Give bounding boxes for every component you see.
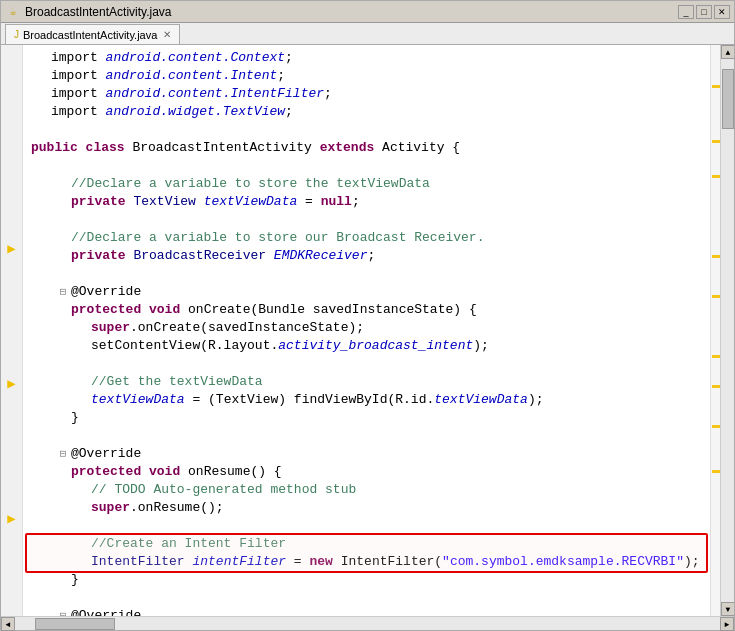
code-token: ; bbox=[285, 103, 293, 121]
code-token: ; bbox=[367, 247, 375, 265]
code-line bbox=[31, 265, 710, 283]
marker-6 bbox=[712, 355, 720, 358]
code-line: super.onResume(); bbox=[31, 499, 710, 517]
gutter-arrow-14: ▶ bbox=[4, 241, 20, 257]
hscroll-thumb[interactable] bbox=[35, 618, 115, 630]
minimize-button[interactable]: _ bbox=[678, 5, 694, 19]
code-line: import android.widget.TextView; bbox=[31, 103, 710, 121]
scroll-down-button[interactable]: ▼ bbox=[721, 602, 734, 616]
code-token: ); bbox=[528, 391, 544, 409]
code-token: "com.symbol.emdksample.RECVRBI" bbox=[442, 553, 684, 571]
code-token: super bbox=[91, 499, 130, 517]
code-line: super.onCreate(savedInstanceState); bbox=[31, 319, 710, 337]
code-token: TextView bbox=[133, 193, 203, 211]
code-token: IntentFilter( bbox=[341, 553, 442, 571]
code-line: ⊟@Override bbox=[31, 607, 710, 616]
code-token: android.content.Intent bbox=[106, 67, 278, 85]
close-button[interactable]: ✕ bbox=[714, 5, 730, 19]
code-token: android.widget.TextView bbox=[106, 103, 285, 121]
code-token: import bbox=[51, 103, 106, 121]
editor-window: ☕ BroadcastIntentActivity.java _ □ ✕ J B… bbox=[0, 0, 735, 631]
code-token: ; bbox=[324, 85, 332, 103]
code-line bbox=[31, 589, 710, 607]
code-token: } bbox=[71, 571, 79, 589]
marker-3 bbox=[712, 175, 720, 178]
code-line bbox=[31, 517, 710, 535]
code-token: activity_broadcast_intent bbox=[278, 337, 473, 355]
code-line: import android.content.Context; bbox=[31, 49, 710, 67]
code-line: private TextView textViewData = null; bbox=[31, 193, 710, 211]
gutter-arrow-32: ▶ bbox=[4, 511, 20, 527]
code-lines: import android.content.Context;import an… bbox=[23, 49, 710, 616]
code-line: ⊟@Override bbox=[31, 283, 710, 301]
code-line: //Declare a variable to store our Broadc… bbox=[31, 229, 710, 247]
code-line bbox=[31, 355, 710, 373]
code-token: null bbox=[321, 193, 352, 211]
code-token: ; bbox=[277, 67, 285, 85]
maximize-button[interactable]: □ bbox=[696, 5, 712, 19]
tab-label: BroadcastIntentActivity.java bbox=[23, 29, 157, 41]
code-token: @Override bbox=[71, 607, 141, 616]
code-token: void bbox=[149, 463, 188, 481]
scroll-track[interactable] bbox=[721, 59, 734, 602]
code-editor[interactable]: import android.content.Context;import an… bbox=[23, 45, 710, 616]
window-title: BroadcastIntentActivity.java bbox=[25, 5, 678, 19]
scroll-up-button[interactable]: ▲ bbox=[721, 45, 734, 59]
code-token: class bbox=[86, 139, 133, 157]
code-line: ⊟@Override bbox=[31, 445, 710, 463]
marker-7 bbox=[712, 385, 720, 388]
code-token: textViewData bbox=[434, 391, 528, 409]
code-token: ); bbox=[473, 337, 489, 355]
code-token: @Override bbox=[71, 283, 141, 301]
code-line: public class BroadcastIntentActivity ext… bbox=[31, 139, 710, 157]
marker-9 bbox=[712, 470, 720, 473]
tab-close-button[interactable]: ✕ bbox=[163, 29, 171, 40]
code-token: onCreate(Bundle savedInstanceState) { bbox=[188, 301, 477, 319]
code-line: //Get the textViewData bbox=[31, 373, 710, 391]
marker-5 bbox=[712, 295, 720, 298]
code-token: .onCreate(savedInstanceState); bbox=[130, 319, 364, 337]
collapse-button[interactable]: ⊟ bbox=[57, 283, 69, 301]
horizontal-scrollbar[interactable]: ◄ ► bbox=[1, 616, 734, 630]
code-line: IntentFilter intentFilter = new IntentFi… bbox=[31, 553, 710, 571]
collapse-button[interactable]: ⊟ bbox=[57, 445, 69, 463]
code-token: ); bbox=[684, 553, 700, 571]
code-token: //Get the textViewData bbox=[91, 373, 263, 391]
window-icon: ☕ bbox=[5, 4, 21, 20]
code-token: textViewData bbox=[91, 391, 192, 409]
code-token: super bbox=[91, 319, 130, 337]
marker-2 bbox=[712, 140, 720, 143]
code-token: } bbox=[71, 409, 79, 427]
code-line: private BroadcastReceiver EMDKReceiver; bbox=[31, 247, 710, 265]
code-token: public bbox=[31, 139, 86, 157]
scroll-thumb[interactable] bbox=[722, 69, 734, 129]
scroll-right-button[interactable]: ► bbox=[720, 617, 734, 631]
vertical-scrollbar[interactable]: ▲ ▼ bbox=[720, 45, 734, 616]
code-token: ; bbox=[352, 193, 360, 211]
code-token: private bbox=[71, 247, 133, 265]
tab-bar: J BroadcastIntentActivity.java ✕ bbox=[1, 23, 734, 45]
code-token: intentFilter bbox=[192, 553, 293, 571]
editor-body: ▶ ▶ ▶ bbox=[1, 45, 734, 616]
gutter-arrow-23: ▶ bbox=[4, 376, 20, 392]
code-token: protected bbox=[71, 301, 149, 319]
code-line: protected void onResume() { bbox=[31, 463, 710, 481]
code-token: = bbox=[297, 193, 320, 211]
code-line bbox=[31, 211, 710, 229]
file-tab[interactable]: J BroadcastIntentActivity.java ✕ bbox=[5, 24, 180, 44]
code-token: = bbox=[294, 553, 310, 571]
code-token: //Declare a variable to store our Broadc… bbox=[71, 229, 484, 247]
collapse-button[interactable]: ⊟ bbox=[57, 607, 69, 616]
scroll-left-button[interactable]: ◄ bbox=[1, 617, 15, 631]
code-line: setContentView(R.layout.activity_broadca… bbox=[31, 337, 710, 355]
code-line: } bbox=[31, 571, 710, 589]
java-file-icon: J bbox=[14, 29, 19, 40]
marker-4 bbox=[712, 255, 720, 258]
hscroll-track[interactable] bbox=[15, 617, 720, 630]
window-controls: _ □ ✕ bbox=[678, 5, 730, 19]
code-token: extends bbox=[320, 139, 382, 157]
code-line bbox=[31, 427, 710, 445]
code-token: .onResume(); bbox=[130, 499, 224, 517]
title-bar: ☕ BroadcastIntentActivity.java _ □ ✕ bbox=[1, 1, 734, 23]
code-line: protected void onCreate(Bundle savedInst… bbox=[31, 301, 710, 319]
